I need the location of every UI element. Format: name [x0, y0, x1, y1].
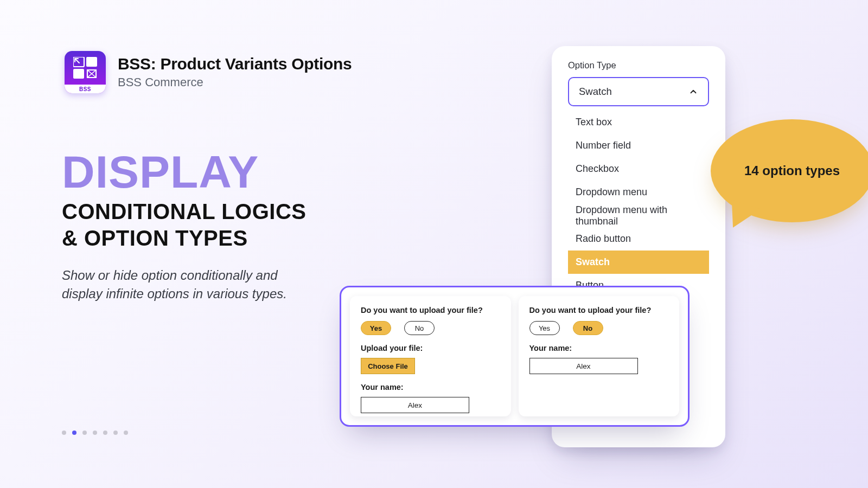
- option-type-item[interactable]: Swatch: [568, 251, 709, 274]
- name-input-2[interactable]: Alex: [529, 358, 638, 374]
- option-type-select[interactable]: Swatch: [568, 77, 709, 106]
- option-type-label: Option Type: [568, 60, 709, 70]
- option-type-item[interactable]: Radio button: [568, 227, 709, 251]
- brand-titles: BSS: Product Variants Options BSS Commer…: [118, 55, 352, 89]
- chevron-up-icon: [688, 87, 698, 97]
- brand-logo: BSS: [65, 51, 106, 93]
- name-label-2: Your name:: [529, 344, 669, 352]
- app-header: BSS BSS: Product Variants Options BSS Co…: [65, 51, 352, 93]
- upload-question: Do you want to upload your file?: [361, 306, 500, 314]
- brand-logo-badge: BSS: [65, 85, 106, 93]
- option-type-item[interactable]: Number field: [568, 134, 709, 157]
- svg-rect-1: [86, 57, 97, 67]
- pagination-dot[interactable]: [113, 431, 118, 435]
- hero-subhead: CONDITIONAL LOGICS & OPTION TYPES: [62, 198, 366, 252]
- yes-pill[interactable]: Yes: [361, 321, 391, 335]
- option-type-item[interactable]: Checkbox: [568, 157, 709, 181]
- option-type-selected: Swatch: [579, 86, 612, 98]
- choose-file-button[interactable]: Choose File: [361, 358, 415, 374]
- pagination-dot[interactable]: [72, 431, 76, 435]
- conditional-no-card: Do you want to upload your file? Yes No …: [519, 296, 680, 416]
- hero-sub-line1: CONDITIONAL LOGICS: [62, 200, 306, 223]
- pagination-dot[interactable]: [82, 431, 87, 435]
- pagination-dot[interactable]: [124, 431, 128, 435]
- brand-logo-art: [65, 51, 106, 85]
- option-type-item[interactable]: Text box: [568, 111, 709, 134]
- svg-rect-2: [73, 69, 84, 79]
- pagination-dot[interactable]: [62, 431, 66, 435]
- no-pill-2[interactable]: No: [573, 321, 603, 335]
- option-type-item[interactable]: Dropdown menu with thumbnail: [568, 204, 709, 227]
- yes-pill-2[interactable]: Yes: [529, 321, 560, 335]
- app-title: BSS: Product Variants Options: [118, 55, 352, 73]
- pagination-dot[interactable]: [93, 431, 97, 435]
- pagination-dot[interactable]: [103, 431, 107, 435]
- upload-label: Upload your file:: [361, 344, 500, 352]
- name-label: Your name:: [361, 383, 500, 391]
- option-type-item[interactable]: Dropdown menu: [568, 181, 709, 204]
- hero-sub-line2: & OPTION TYPES: [62, 226, 248, 250]
- no-pill[interactable]: No: [404, 321, 435, 335]
- name-input[interactable]: Alex: [361, 397, 469, 413]
- upload-question-2: Do you want to upload your file?: [529, 306, 669, 314]
- callout-text: 14 option types: [744, 163, 840, 178]
- option-type-list: Text boxNumber fieldCheckboxDropdown men…: [568, 111, 709, 297]
- app-subtitle: BSS Commerce: [118, 75, 352, 89]
- pagination-dots: [62, 431, 128, 435]
- yes-no-row-2: Yes No: [529, 321, 669, 335]
- hero-description: Show or hide option conditionally and di…: [62, 266, 301, 303]
- hero-display: DISPLAY: [62, 151, 366, 194]
- callout-bubble: 14 option types: [711, 119, 868, 222]
- conditional-demo: Do you want to upload your file? Yes No …: [340, 286, 690, 427]
- hero: DISPLAY CONDITIONAL LOGICS & OPTION TYPE…: [62, 151, 366, 303]
- yes-no-row: Yes No: [361, 321, 500, 335]
- conditional-yes-card: Do you want to upload your file? Yes No …: [350, 296, 511, 416]
